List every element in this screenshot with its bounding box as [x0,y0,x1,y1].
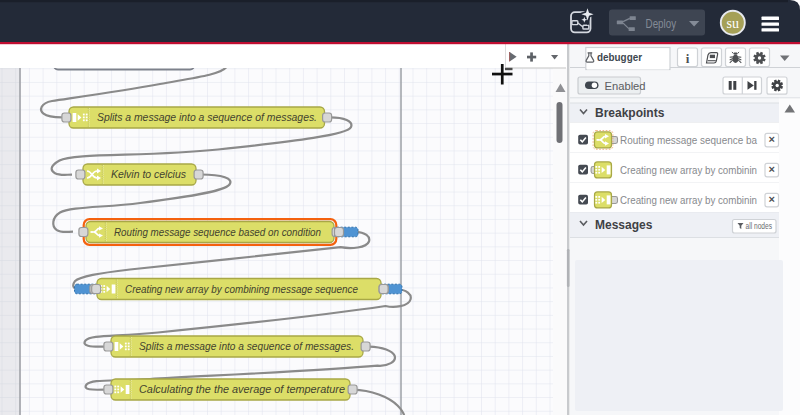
svg-text:Creating new array by combinin: Creating new array by combining message … [125,284,358,295]
svg-text:Breakpoints: Breakpoints [595,106,665,120]
svg-text:Routing message sequence ba: Routing message sequence ba [620,134,758,146]
svg-text:Calculating the the average of: Calculating the the average of temperatu… [139,384,345,395]
svg-text:Messages: Messages [595,218,653,232]
svg-text:×: × [768,193,774,205]
svg-text:Creating new array by combinin: Creating new array by combinin [620,194,757,206]
svg-text:Routing message sequence based: Routing message sequence based on condit… [114,227,321,238]
svg-text:Enabled: Enabled [605,80,646,92]
svg-text:Kelvin to celcius: Kelvin to celcius [111,169,186,180]
svg-text:debugger: debugger [597,51,643,63]
svg-text:su: su [727,16,739,31]
svg-text:Deploy: Deploy [646,17,677,31]
svg-text:×: × [768,163,774,175]
svg-text:Creating new array by combinin: Creating new array by combinin [620,164,757,176]
svg-text:all nodes: all nodes [746,220,773,231]
svg-text:i: i [686,51,690,66]
svg-text:×: × [768,133,774,145]
svg-text:Splits a message into a sequen: Splits a message into a sequence of mess… [139,341,354,352]
svg-text:Splits a message into a sequen: Splits a message into a sequence of mess… [97,112,317,123]
